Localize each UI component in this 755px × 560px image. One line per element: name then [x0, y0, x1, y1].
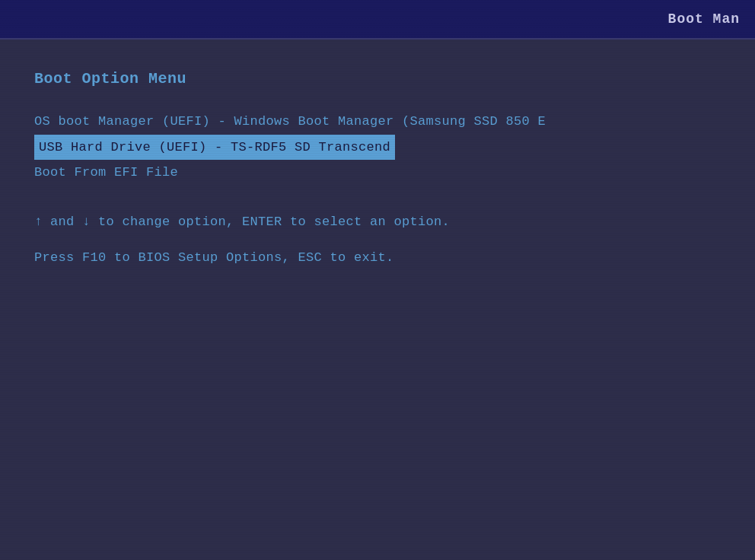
main-content: Boot Option Menu OS boot Manager (UEFI) …	[0, 40, 755, 560]
boot-options-list: OS boot Manager (UEFI) - Windows Boot Ma…	[34, 109, 721, 186]
bios-instruction-text: Press F10 to BIOS Setup Options, ESC to …	[34, 248, 721, 268]
top-bar: Boot Man	[0, 0, 755, 40]
boot-option-os-manager[interactable]: OS boot Manager (UEFI) - Windows Boot Ma…	[34, 109, 721, 135]
instructions-section: ↑ and ↓ to change option, ENTER to selec…	[34, 212, 721, 268]
nav-instruction-text: ↑ and ↓ to change option, ENTER to selec…	[34, 212, 721, 232]
section-title: Boot Option Menu	[34, 70, 721, 88]
top-bar-title: Boot Man	[668, 11, 740, 27]
bios-screen: Boot Man Boot Option Menu OS boot Manage…	[0, 0, 755, 560]
boot-option-efi-file[interactable]: Boot From EFI File	[34, 160, 721, 186]
boot-option-usb-drive[interactable]: USB Hard Drive (UEFI) - TS-RDF5 SD Trans…	[34, 135, 395, 161]
